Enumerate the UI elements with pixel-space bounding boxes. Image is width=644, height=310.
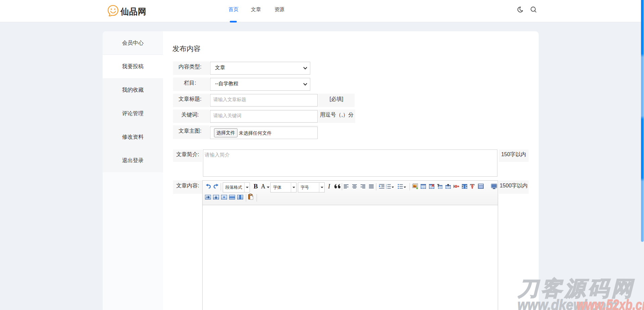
svg-text:3: 3 (386, 187, 387, 189)
